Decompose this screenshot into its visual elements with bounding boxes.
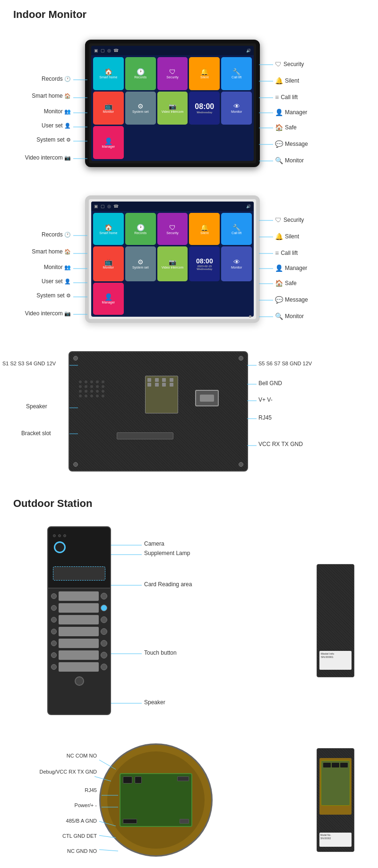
- btn-row-5: [51, 639, 107, 648]
- label-user-set: User set 👤: [28, 122, 71, 129]
- camera-area: [48, 527, 110, 589]
- label-bracket-slot: Bracket slot: [21, 430, 51, 437]
- label-call-lift-r: ≡ Call lift: [275, 93, 298, 101]
- tile-w-system-set: ⚙System set: [125, 246, 156, 281]
- tile-w-video: 📷Video intercom: [157, 246, 188, 281]
- label-vcc-rx: VCC RX TX GND: [258, 441, 303, 447]
- label-system-set: System set ⚙: [26, 136, 71, 143]
- label-w-message-r: 💬 Message: [275, 296, 308, 303]
- label-debug-vcc: Debug/VCC RX TX GND: [14, 769, 97, 775]
- card-reader-indicator: [53, 566, 105, 581]
- label-bell-gnd: Bell GND: [258, 380, 282, 387]
- outdoor-station-section: Camera Supplement Lamp Card Reading area…: [0, 517, 378, 729]
- outdoor-back-device-2: Model No. SN:00002: [317, 748, 354, 852]
- tile-w-monitor2: 👁Monitor: [221, 246, 252, 281]
- tile-w-call-lift: 🔧Call lift: [221, 213, 252, 245]
- back-panel-section: S1 S2 S3 S4 GND 12V Speaker Bracket slot…: [0, 342, 378, 483]
- outdoor-section-title: Outdoor Station: [0, 493, 378, 517]
- tile-smart-home: 🏠Smart home: [93, 57, 124, 90]
- label-w-video-intercom: Video intercom 📷: [19, 310, 71, 317]
- label-manager-r: 👤 Manager: [275, 109, 307, 116]
- btn-row-4: [51, 627, 107, 636]
- label-touch-button: Touch button: [144, 649, 177, 656]
- tile-w-records: 🕐Records: [125, 213, 156, 245]
- page-title: Indoor Monitor: [0, 0, 378, 25]
- label-silent-r: 🔔 Silent: [275, 77, 299, 84]
- btn-row-7: [51, 662, 107, 672]
- label-monitor-l: Monitor 👥: [28, 108, 71, 115]
- outdoor-front-device: [47, 526, 111, 715]
- outdoor-back-device: Model Info SN:00001: [317, 564, 354, 677]
- white-monitor-device: ▣ ▢ ◎ ☎ 🔊 🏠Smart home 🕐Records 🛡Security…: [85, 195, 260, 323]
- tile-w-silent: 🔔Silent: [189, 213, 220, 245]
- indoor-monitor-white: ▣ ▢ ◎ ☎ 🔊 🏠Smart home 🕐Records 🛡Security…: [0, 181, 378, 332]
- bracket-slot-component: [117, 432, 173, 439]
- label-w-monitor-r: 🔍 Monitor: [275, 312, 304, 320]
- back-panel-device: [69, 351, 248, 472]
- pcb-connector: [145, 376, 178, 413]
- label-rj45-back: RJ45: [258, 414, 272, 421]
- label-safe-r: 🏠 Safe: [275, 124, 297, 131]
- label-w-records: Records 🕐: [28, 231, 71, 238]
- label-ctl-gnd: CTL GND DET: [35, 833, 97, 839]
- label-w-safe-r: 🏠 Safe: [275, 279, 297, 287]
- tile-security: 🛡Security: [157, 57, 188, 90]
- label-w-manager-r: 👤 Manager: [275, 264, 307, 272]
- buttons-area: [48, 589, 110, 689]
- label-w-call-lift-r: ≡ Call lift: [275, 249, 298, 257]
- label-rj45-pcb: RJ45: [52, 787, 97, 793]
- label-camera: Camera: [144, 540, 164, 547]
- btn-row-6: [51, 650, 107, 660]
- label-video-intercom: Video intercom 📷: [19, 154, 71, 161]
- label-message-r: 💬 Message: [275, 140, 308, 148]
- tile-w-security: 🛡Security: [157, 213, 188, 245]
- pcb-diagram-section: NC COM NO Debug/VCC RX TX GND RJ45 Power…: [0, 734, 378, 868]
- label-w-monitor-l: Monitor 👥: [28, 264, 71, 270]
- btn-row-1: [51, 591, 107, 601]
- label-speaker-outdoor: Speaker: [144, 699, 165, 706]
- tile-manager: 👤Manager: [93, 126, 124, 159]
- tile-call-lift: 🔧Call lift: [221, 57, 252, 90]
- label-supplement-lamp: Supplement Lamp: [144, 550, 190, 556]
- tile-monitor: 📺Monitor: [93, 92, 124, 125]
- label-vplus: V+ V-: [258, 396, 273, 403]
- label-power: Power/+ -: [40, 802, 97, 808]
- tile-w-manager: 👤Manager: [93, 283, 124, 315]
- label-s5s8: S5 S6 S7 S8 GND 12V: [258, 361, 312, 366]
- outdoor-speaker: [51, 676, 107, 686]
- label-card-reading: Card Reading area: [144, 581, 192, 588]
- label-security-r: 🛡 Security: [275, 60, 304, 68]
- svg-line-45: [99, 850, 118, 851]
- tile-video: 📷Video intercom: [157, 92, 188, 125]
- tile-system-set: ⚙System set: [125, 92, 156, 125]
- label-speaker-back: Speaker: [26, 403, 47, 410]
- label-s1s4: S1 S2 S3 S4 GND 12V: [2, 361, 56, 366]
- label-nc-gnd-no: NC GND NO: [43, 848, 97, 854]
- btn-row-3: [51, 615, 107, 624]
- tile-w-clock: 08:00 2023-02-15 Wednesday: [189, 246, 220, 281]
- camera-lens: [54, 541, 66, 553]
- speaker-holes: [79, 380, 105, 397]
- label-w-silent-r: 🔔 Silent: [275, 233, 299, 240]
- label-w-user-set: User set 👤: [28, 278, 71, 285]
- tile-w-monitor: 📺Monitor: [93, 246, 124, 281]
- label-records: Records 🕐: [28, 76, 71, 82]
- label-monitor-r: 🔍 Monitor: [275, 157, 304, 164]
- btn-row-2: [51, 603, 107, 613]
- label-w-smart-home: Smart home 🏠: [24, 248, 71, 255]
- tile-clock: 08:00 Wednesday: [189, 92, 220, 125]
- label-w-system-set: System set ⚙: [26, 292, 71, 299]
- tile-records: 🕐Records: [125, 57, 156, 90]
- tile-monitor2: 👁Monitor: [221, 92, 252, 125]
- pcb-circle: [99, 743, 213, 857]
- tile-silent: 🔔Silent: [189, 57, 220, 90]
- black-monitor-device: ▣ ▢ ◎ ☎ 🔊 🏠Smart home 🕐Records 🛡Security…: [85, 40, 260, 167]
- label-smart-home: Smart home 🏠: [24, 93, 71, 99]
- label-485b: 485/B A GND: [33, 818, 97, 824]
- tile-w-smart-home: 🏠Smart home: [93, 213, 124, 245]
- rj45-port: [195, 390, 219, 406]
- indoor-monitor-black: ▣ ▢ ◎ ☎ 🔊 🏠Smart home 🕐Records 🛡Security…: [0, 25, 378, 177]
- label-nc-com-no: NC COM NO: [47, 753, 97, 758]
- label-w-security-r: 🛡 Security: [275, 216, 304, 224]
